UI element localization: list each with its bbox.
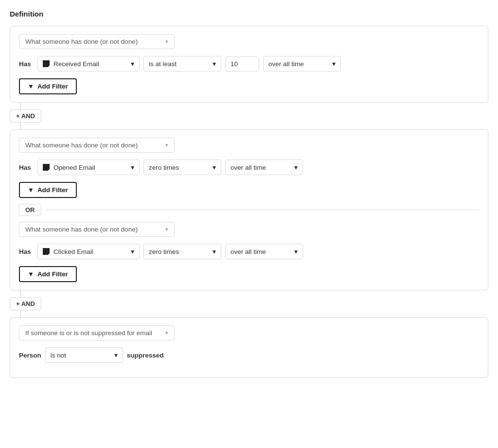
time-label-1: over all time bbox=[268, 60, 304, 68]
add-filter-button-2[interactable]: ▼ Add Filter bbox=[19, 182, 77, 198]
sub-chevron-down-icon-2: ▾ bbox=[165, 226, 168, 233]
add-filter-button-1[interactable]: ▼ Add Filter bbox=[19, 78, 77, 94]
suppressed-label: suppressed bbox=[127, 352, 164, 359]
and-label-2: + AND bbox=[16, 300, 35, 307]
value-input-1[interactable] bbox=[225, 56, 259, 72]
add-filter-label-2: Add Filter bbox=[37, 186, 68, 194]
sub-condition-label-2: zero times bbox=[149, 248, 179, 255]
event-label-1: Received Email bbox=[53, 60, 99, 68]
main-dropdown-2[interactable]: What someone has done (or not done) ▾ bbox=[19, 138, 175, 153]
time-label-2: over all time bbox=[231, 164, 266, 171]
sub-time-chevron-2: ▾ bbox=[294, 248, 298, 255]
has-label-1: Has bbox=[19, 60, 34, 68]
main-dropdown-1[interactable]: What someone has done (or not done) ▾ bbox=[19, 34, 175, 49]
event-dropdown-1[interactable]: Received Email ▾ bbox=[37, 56, 140, 72]
sub-main-dropdown-2[interactable]: What someone has done (or not done) ▾ bbox=[19, 222, 175, 237]
has-label-2: Has bbox=[19, 164, 34, 171]
main-dropdown-1-label: What someone has done (or not done) bbox=[25, 38, 138, 45]
sub-event-dropdown-2[interactable]: Clicked Email ▾ bbox=[37, 244, 140, 259]
chevron-down-icon-2: ▾ bbox=[165, 142, 168, 148]
filter-icon-2: ▼ bbox=[28, 186, 34, 194]
and-connector-1: + AND bbox=[10, 103, 488, 129]
and-button-1[interactable]: + AND bbox=[10, 109, 41, 123]
event-icon-2 bbox=[43, 164, 50, 171]
sub-has-label-2: Has bbox=[19, 248, 34, 255]
event-chevron-2: ▾ bbox=[131, 163, 134, 171]
condition-dropdown-1[interactable]: is at least ▾ bbox=[143, 56, 221, 72]
condition-block-1: What someone has done (or not done) ▾ Ha… bbox=[10, 26, 488, 103]
sub-event-chevron-2: ▾ bbox=[131, 248, 134, 255]
condition-label-2: zero times bbox=[149, 164, 179, 171]
time-dropdown-1[interactable]: over all time ▾ bbox=[263, 56, 341, 72]
sub-time-dropdown-2[interactable]: over all time ▾ bbox=[225, 244, 303, 259]
person-label: Person bbox=[19, 352, 41, 359]
time-dropdown-2[interactable]: over all time ▾ bbox=[225, 160, 303, 175]
sub-event-icon-2 bbox=[43, 248, 50, 255]
chevron-down-icon-3: ▾ bbox=[165, 330, 168, 336]
time-chevron-2: ▾ bbox=[294, 163, 298, 171]
event-chevron-1: ▾ bbox=[131, 60, 134, 68]
main-dropdown-3[interactable]: If someone is or is not suppressed for e… bbox=[19, 325, 175, 340]
event-dropdown-2[interactable]: Opened Email ▾ bbox=[37, 160, 140, 175]
event-icon-1 bbox=[43, 60, 50, 67]
or-line bbox=[46, 210, 480, 210]
time-chevron-1: ▾ bbox=[332, 60, 336, 68]
sub-time-label-2: over all time bbox=[231, 248, 266, 255]
add-filter-label-1: Add Filter bbox=[37, 83, 68, 90]
sub-filter-icon-2: ▼ bbox=[28, 270, 34, 278]
condition-label-1: is at least bbox=[149, 60, 177, 68]
sub-condition-chevron-2: ▾ bbox=[213, 248, 216, 255]
event-label-2: Opened Email bbox=[53, 164, 95, 171]
main-dropdown-2-label: What someone has done (or not done) bbox=[25, 142, 138, 149]
filter-icon-1: ▼ bbox=[28, 83, 34, 90]
sub-add-filter-button-2[interactable]: ▼ Add Filter bbox=[19, 266, 77, 282]
page-title: Definition bbox=[10, 10, 488, 18]
or-label: OR bbox=[25, 206, 35, 214]
chevron-down-icon-1: ▾ bbox=[165, 38, 168, 45]
sub-event-label-2: Clicked Email bbox=[53, 248, 93, 255]
and-label-1: + AND bbox=[16, 112, 35, 120]
condition-block-2: What someone has done (or not done) ▾ Ha… bbox=[10, 129, 488, 290]
sub-main-dropdown-2-label: What someone has done (or not done) bbox=[25, 226, 138, 233]
and-connector-2: + AND bbox=[10, 290, 488, 317]
or-button[interactable]: OR bbox=[19, 204, 41, 216]
condition-chevron-2: ▾ bbox=[213, 163, 216, 171]
is-not-label: is not bbox=[51, 352, 66, 359]
condition-dropdown-2[interactable]: zero times ▾ bbox=[143, 160, 221, 175]
is-not-chevron: ▾ bbox=[114, 351, 118, 359]
condition-chevron-1: ▾ bbox=[213, 60, 216, 68]
or-divider: OR bbox=[19, 204, 479, 216]
and-button-2[interactable]: + AND bbox=[10, 297, 41, 310]
condition-block-3: If someone is or is not suppressed for e… bbox=[10, 317, 488, 378]
main-dropdown-3-label: If someone is or is not suppressed for e… bbox=[25, 329, 152, 337]
is-not-dropdown[interactable]: is not ▾ bbox=[45, 347, 123, 363]
sub-condition-dropdown-2[interactable]: zero times ▾ bbox=[143, 244, 221, 259]
sub-add-filter-label-2: Add Filter bbox=[37, 270, 68, 278]
